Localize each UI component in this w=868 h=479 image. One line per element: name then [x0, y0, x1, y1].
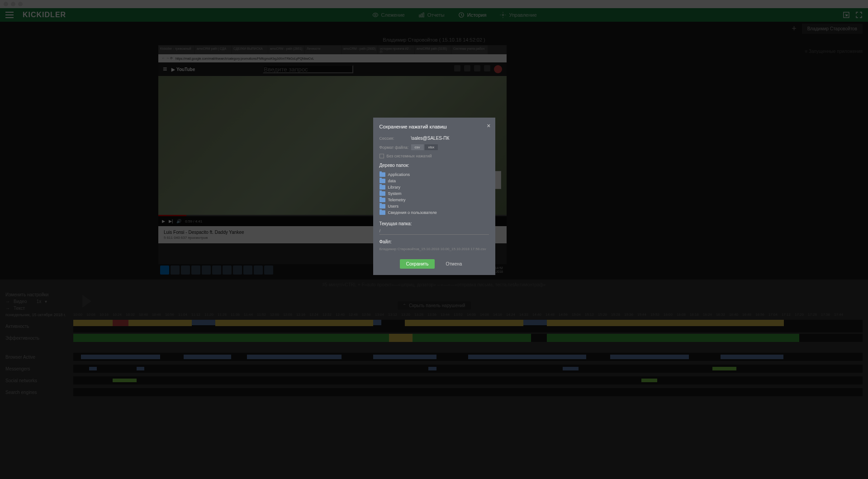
folder-label: data [388, 179, 396, 183]
folder-label: Users [388, 204, 399, 209]
folder-label: Telemetry [388, 198, 406, 202]
folder-icon [379, 198, 385, 202]
close-icon[interactable]: × [487, 122, 490, 129]
tree-label: Дерево папок: [379, 163, 489, 168]
folder-item[interactable]: Library [379, 184, 489, 190]
no-system-label: Без системных нажатий [387, 154, 432, 158]
format-xlsx-button[interactable]: xlsx [425, 144, 438, 150]
folder-label: Сведения о пользователе [388, 210, 437, 215]
folder-label: System [388, 191, 402, 196]
cancel-button[interactable]: Отмена [439, 259, 468, 269]
folder-icon [379, 191, 385, 196]
session-label: Сессия: [379, 136, 411, 141]
current-folder-label: Текущая папка: [379, 221, 489, 226]
folder-icon [379, 210, 385, 215]
folder-item[interactable]: Applications [379, 171, 489, 178]
folder-item[interactable]: Users [379, 203, 489, 209]
folder-icon [379, 172, 385, 177]
no-system-checkbox[interactable] [379, 154, 384, 158]
session-value: \sales@SALES-ПК [411, 136, 450, 141]
folder-icon [379, 179, 385, 183]
file-label: Файл: [379, 239, 489, 244]
modal-overlay: × Сохранение нажатий клавиш Сессия: \sal… [0, 0, 868, 479]
folder-item[interactable]: Telemetry [379, 197, 489, 203]
folder-icon [379, 185, 385, 190]
folder-label: Library [388, 185, 401, 190]
file-input[interactable] [379, 246, 489, 252]
format-csv-button[interactable]: csv [411, 144, 424, 150]
save-keystrokes-dialog: × Сохранение нажатий клавиш Сессия: \sal… [373, 118, 495, 275]
current-folder-input[interactable] [379, 228, 489, 235]
folder-tree: ApplicationsdataLibrarySystemTelemetryUs… [379, 171, 489, 216]
folder-icon [379, 204, 385, 209]
folder-item[interactable]: data [379, 178, 489, 184]
save-button[interactable]: Сохранить [400, 259, 435, 269]
folder-item[interactable]: Сведения о пользователе [379, 209, 489, 216]
format-label: Формат файла: [379, 145, 411, 150]
folder-item[interactable]: System [379, 190, 489, 197]
modal-title: Сохранение нажатий клавиш [379, 124, 489, 129]
folder-label: Applications [388, 172, 410, 177]
